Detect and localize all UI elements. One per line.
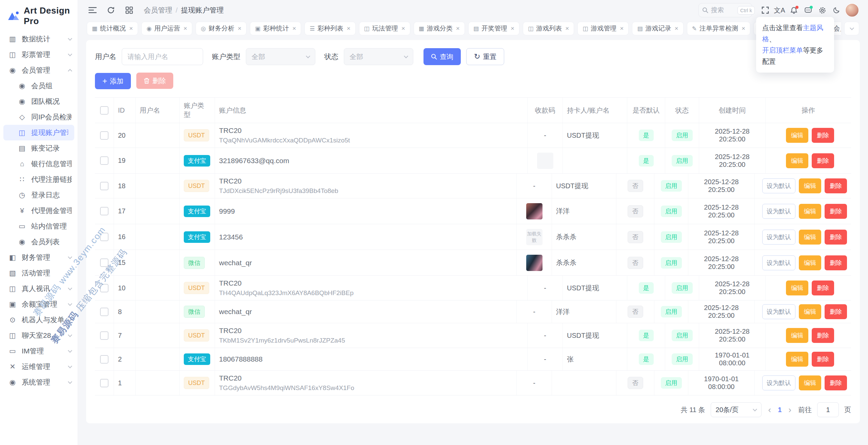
tab-游戏列表[interactable]: ◫游戏列表×: [523, 22, 574, 35]
qr-image[interactable]: [526, 203, 542, 219]
settings-gear-icon[interactable]: [816, 4, 828, 16]
edit-button[interactable]: 编辑: [799, 255, 821, 270]
set-default-button[interactable]: 设为默认: [762, 204, 795, 219]
row-checkbox[interactable]: [100, 284, 108, 292]
batch-delete-button[interactable]: 删除: [136, 73, 173, 89]
sidebar-item-im[interactable]: ▭IM管理: [0, 343, 78, 359]
delete-button[interactable]: 删除: [812, 153, 834, 168]
qr-image[interactable]: [526, 255, 542, 271]
close-icon[interactable]: ×: [292, 25, 296, 32]
delete-button[interactable]: 删除: [825, 230, 847, 245]
sidebar-item-activity[interactable]: ▧活动管理: [0, 265, 78, 281]
goto-page-input[interactable]: [817, 402, 839, 417]
row-checkbox[interactable]: [100, 233, 108, 241]
close-icon[interactable]: ×: [511, 25, 514, 32]
username-input[interactable]: [122, 48, 203, 65]
prev-page-button[interactable]: ‹: [767, 405, 773, 415]
edit-button[interactable]: 编辑: [799, 204, 821, 219]
app-logo[interactable]: Art Design Pro: [0, 0, 78, 31]
current-page[interactable]: 1: [778, 406, 782, 414]
sidebar-item-ops[interactable]: ✕运维管理: [0, 359, 78, 374]
search-input[interactable]: [711, 6, 735, 14]
delete-button[interactable]: 删除: [825, 304, 847, 319]
sidebar-item-live-video[interactable]: ◫真人视讯: [0, 281, 78, 296]
sidebar-item-data-stats[interactable]: ▥数据统计: [0, 31, 78, 47]
close-icon[interactable]: ×: [183, 25, 187, 32]
tab-游戏分类[interactable]: ▦游戏分类×: [414, 22, 465, 35]
row-checkbox[interactable]: [100, 258, 108, 267]
close-icon[interactable]: ×: [456, 25, 460, 32]
sidebar-item-account-change[interactable]: ▤账变记录: [0, 140, 78, 156]
sidebar-item-team-overview[interactable]: ◉团队概况: [0, 94, 78, 109]
sidebar-item-login-log[interactable]: ◷登录日志: [0, 187, 78, 203]
sidebar-item-agent-commission[interactable]: ¥代理佣金管理: [0, 203, 78, 218]
tab-用户运营[interactable]: ◉用户运营×: [141, 22, 192, 35]
close-icon[interactable]: ×: [238, 25, 241, 32]
delete-button[interactable]: 删除: [825, 204, 847, 219]
tab-统计概况[interactable]: ▦统计概况×: [87, 22, 138, 35]
sidebar-item-lottery[interactable]: ◫彩票管理: [0, 47, 78, 62]
account-type-select[interactable]: 全部: [246, 48, 315, 65]
close-icon[interactable]: ×: [401, 25, 405, 32]
qr-image-blank[interactable]: [537, 153, 553, 169]
row-checkbox[interactable]: [100, 379, 108, 387]
sidebar-item-same-ip-check[interactable]: ◇同IP会员检测: [0, 109, 78, 125]
sidebar-item-finance[interactable]: ◧财务管理: [0, 250, 78, 265]
edit-button[interactable]: 编辑: [786, 280, 808, 295]
edit-button[interactable]: 编辑: [786, 128, 808, 143]
delete-button[interactable]: 删除: [812, 328, 834, 343]
delete-button[interactable]: 删除: [812, 280, 834, 295]
delete-button[interactable]: 删除: [812, 352, 834, 367]
tab-注单异常检测[interactable]: ✎注单异常检测×: [687, 22, 750, 35]
breadcrumb-section[interactable]: 会员管理: [144, 5, 172, 15]
search-button[interactable]: 查询: [423, 48, 461, 65]
row-checkbox[interactable]: [100, 308, 108, 316]
reset-button[interactable]: ↻ 重置: [466, 48, 504, 65]
row-checkbox[interactable]: [100, 156, 108, 165]
select-all-checkbox[interactable]: [100, 106, 108, 115]
global-search[interactable]: Ctrl k: [698, 3, 752, 17]
delete-button[interactable]: 删除: [812, 128, 834, 143]
add-button[interactable]: + 添加: [95, 73, 131, 89]
tab-开奖管理[interactable]: ▤开奖管理×: [468, 22, 519, 35]
fullscreen-icon[interactable]: [760, 4, 771, 16]
set-default-button[interactable]: 设为默认: [762, 178, 795, 193]
row-checkbox[interactable]: [100, 182, 108, 190]
tab-彩种统计[interactable]: ▣彩种统计×: [250, 22, 301, 35]
sidebar-item-bank-info[interactable]: ⌂银行信息管理: [0, 156, 78, 172]
delete-button[interactable]: 删除: [825, 178, 847, 193]
close-icon[interactable]: ×: [129, 25, 133, 32]
tooltip-topbar-link[interactable]: 开启顶栏菜单: [762, 46, 803, 54]
close-icon[interactable]: ×: [742, 25, 745, 32]
sidebar-item-site-message[interactable]: ▭站内信管理: [0, 218, 78, 234]
row-checkbox[interactable]: [100, 331, 108, 340]
status-select[interactable]: 全部: [344, 48, 413, 65]
edit-button[interactable]: 编辑: [799, 304, 821, 319]
tab-财务分析[interactable]: ◎财务分析×: [196, 22, 246, 35]
sidebar-item-member[interactable]: ◉会员管理: [0, 62, 78, 78]
tabs-more-button[interactable]: [844, 22, 859, 35]
edit-button[interactable]: 编辑: [786, 352, 808, 367]
sidebar-item-member-list[interactable]: ◉会员列表: [0, 234, 78, 250]
edit-button[interactable]: 编辑: [799, 375, 821, 390]
tab-彩种列表[interactable]: ☰彩种列表×: [304, 22, 355, 35]
tab-玩法管理[interactable]: ◫玩法管理×: [359, 22, 410, 35]
close-icon[interactable]: ×: [620, 25, 624, 32]
sidebar-item-member-group[interactable]: ◉会员组: [0, 78, 78, 94]
edit-button[interactable]: 编辑: [799, 178, 821, 193]
refresh-icon[interactable]: [105, 4, 117, 16]
row-checkbox[interactable]: [100, 355, 108, 364]
next-page-button[interactable]: ›: [787, 405, 793, 415]
tab-游戏管理[interactable]: ◫游戏管理×: [577, 22, 629, 35]
edit-button[interactable]: 编辑: [786, 328, 808, 343]
tab-游戏记录[interactable]: ▤游戏记录×: [632, 22, 683, 35]
page-size-select[interactable]: 20条/页: [711, 402, 762, 417]
apps-grid-icon[interactable]: [123, 4, 135, 16]
sidebar-item-agent-reg-link[interactable]: ∷代理注册链接: [0, 172, 78, 187]
delete-button[interactable]: 删除: [825, 255, 847, 270]
sidebar-item-yuebao[interactable]: ▣余额宝管理: [0, 296, 78, 312]
delete-button[interactable]: 删除: [825, 375, 847, 390]
set-default-button[interactable]: 设为默认: [762, 230, 795, 245]
set-default-button[interactable]: 设为默认: [762, 255, 795, 270]
sidebar-item-withdraw-account[interactable]: ◫提现账户管理: [3, 125, 74, 140]
